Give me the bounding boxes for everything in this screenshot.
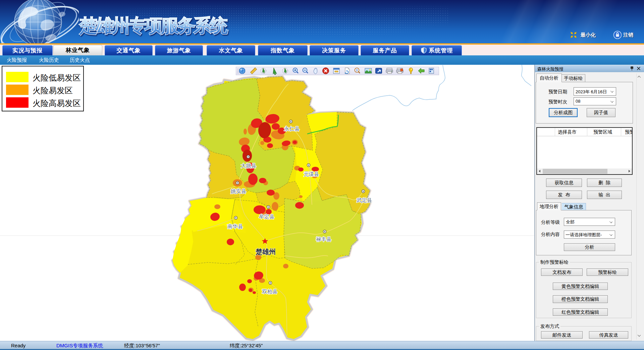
svg-text:牟定县: 牟定县: [259, 214, 275, 219]
svg-text:禄丰县: 禄丰县: [316, 236, 332, 242]
svg-text:姚安县: 姚安县: [230, 188, 247, 194]
svg-text:元谋县: 元谋县: [304, 171, 319, 177]
svg-text:楚雄州专项服务系统: 楚雄州专项服务系统: [79, 15, 228, 36]
svg-text:大姚县: 大姚县: [241, 163, 257, 168]
svg-text:永仁县: 永仁县: [284, 126, 300, 132]
svg-text:楚雄州: 楚雄州: [255, 248, 276, 256]
svg-text:武定县: 武定县: [357, 197, 372, 203]
svg-text:南华县: 南华县: [227, 223, 243, 229]
svg-text:双柏县: 双柏县: [262, 289, 278, 294]
svg-text:?: ?: [356, 69, 358, 72]
